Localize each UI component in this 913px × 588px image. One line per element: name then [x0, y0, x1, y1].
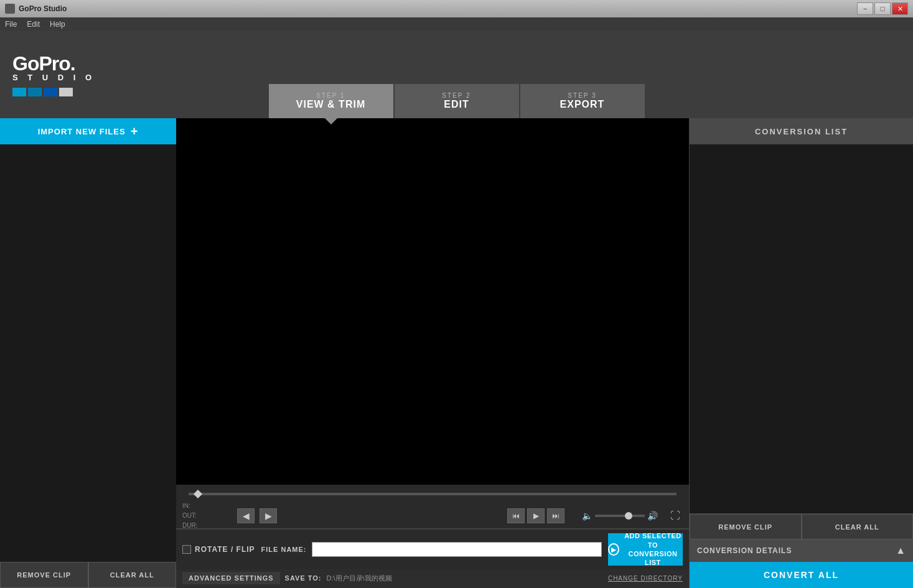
maximize-button[interactable]: □	[874, 2, 891, 15]
controls-row: IN: OUT: DUR: ◀ ▶ ⏮ ▶ ⏭ 🔈	[176, 503, 689, 528]
center-panel: IN: OUT: DUR: ◀ ▶ ⏮ ▶ ⏭ 🔈	[176, 118, 689, 588]
add-to-conversion-list-button[interactable]: ▶ ADD SELECTED TOCONVERSION LIST	[608, 533, 683, 566]
logo-block-3	[44, 88, 57, 96]
import-plus-icon: +	[131, 124, 139, 139]
rewind-button[interactable]: ⏮	[507, 508, 525, 523]
right-clear-all-button[interactable]: CLEAR ALL	[802, 514, 914, 539]
add-to-list-label: ADD SELECTED TOCONVERSION LIST	[623, 531, 683, 567]
fullscreen-button[interactable]: ⛶	[668, 508, 683, 523]
transport-controls: ⏮ ▶ ⏭	[507, 508, 564, 523]
volume-area: 🔈 🔊	[582, 511, 658, 521]
header: GoPro. S T U D I O STEP 1 VIEW & TRIM ST…	[0, 31, 913, 118]
titlebar-left: GoPro Studio	[5, 4, 67, 14]
main-content: IMPORT NEW FILES + REMOVE CLIP CLEAR ALL…	[0, 118, 913, 588]
fast-forward-button[interactable]: ⏭	[547, 508, 564, 523]
logo-gopro: GoPro.	[12, 54, 95, 73]
menu-file[interactable]: File	[5, 20, 17, 29]
minimize-button[interactable]: −	[857, 2, 873, 15]
filename-label: FILE NAME:	[261, 546, 307, 553]
convert-all-button[interactable]: CONVERT ALL	[690, 562, 913, 588]
play-button[interactable]: ▶	[527, 508, 545, 523]
left-panel: IMPORT NEW FILES + REMOVE CLIP CLEAR ALL	[0, 118, 176, 588]
logo-blocks	[12, 88, 73, 96]
import-label: IMPORT NEW FILES	[38, 127, 126, 136]
prev-frame-button[interactable]: ◀	[237, 508, 255, 523]
logo-block-4	[59, 88, 73, 96]
logo-text: GoPro. S T U D I O	[12, 54, 95, 82]
step-1-tab[interactable]: STEP 1 VIEW & TRIM	[269, 84, 393, 118]
step-1-name: VIEW & TRIM	[296, 99, 365, 110]
close-button[interactable]: ✕	[892, 2, 908, 15]
menubar: File Edit Help	[0, 17, 913, 31]
filename-area: FILE NAME:	[261, 542, 602, 557]
app-icon	[5, 4, 15, 14]
next-frame-button[interactable]: ▶	[260, 508, 277, 523]
logo-block-2	[28, 88, 42, 96]
left-clear-all-button[interactable]: CLEAR ALL	[88, 562, 177, 588]
video-preview	[176, 118, 689, 485]
saveto-label: SAVE TO:	[285, 574, 322, 582]
playback-bar	[176, 485, 689, 503]
logo-block-1	[12, 88, 26, 96]
timeline-slider[interactable]	[189, 493, 677, 495]
titlebar: GoPro Studio − □ ✕	[0, 0, 913, 17]
step-2-tab[interactable]: STEP 2 EDIT	[395, 84, 519, 118]
right-remove-clip-button[interactable]: REMOVE CLIP	[690, 514, 802, 539]
conversion-list-title: CONVERSION LIST	[755, 127, 848, 136]
timecodes: IN: OUT: DUR:	[182, 501, 232, 531]
out-label: OUT:	[182, 511, 197, 521]
timeline-playhead	[194, 490, 202, 498]
conversion-list-area	[690, 144, 913, 513]
bottom-controls-row: ROTATE / FLIP FILE NAME: ▶ ADD SELECTED …	[176, 529, 689, 569]
conversion-details-label: CONVERSION DETAILS	[697, 546, 792, 555]
step-3-name: EXPORT	[560, 99, 605, 110]
rotate-flip-label: ROTATE / FLIP	[195, 545, 255, 554]
file-list	[0, 144, 176, 562]
left-remove-clip-button[interactable]: REMOVE CLIP	[0, 562, 88, 588]
step-2-number: STEP 2	[442, 92, 471, 99]
change-directory-button[interactable]: CHANGE DIRECTORY	[608, 575, 683, 582]
step-3-number: STEP 3	[568, 92, 596, 99]
conversion-details-bar: CONVERSION DETAILS ▲	[690, 539, 913, 562]
titlebar-controls: − □ ✕	[857, 2, 908, 15]
advanced-settings-button[interactable]: ADVANCED SETTINGS	[182, 572, 280, 584]
logo-area: GoPro. S T U D I O	[12, 54, 137, 96]
right-panel: CONVERSION LIST REMOVE CLIP CLEAR ALL CO…	[689, 118, 913, 588]
expand-icon[interactable]: ▲	[896, 545, 906, 556]
menu-edit[interactable]: Edit	[27, 20, 40, 29]
rotate-checkbox[interactable]	[182, 545, 191, 554]
add-play-icon: ▶	[608, 543, 619, 556]
menu-help[interactable]: Help	[50, 20, 65, 29]
rotate-flip-toggle[interactable]: ROTATE / FLIP	[182, 545, 255, 554]
saveto-path: D:\用户目录\我的视频	[327, 574, 392, 583]
saveto-row: ADVANCED SETTINGS SAVE TO: D:\用户目录\我的视频 …	[176, 569, 689, 588]
steps-area: STEP 1 VIEW & TRIM STEP 2 EDIT STEP 3 EX…	[269, 84, 645, 118]
conversion-list-header: CONVERSION LIST	[690, 118, 913, 144]
volume-knob	[625, 512, 632, 520]
step-3-tab[interactable]: STEP 3 EXPORT	[520, 84, 645, 118]
step-2-name: EDIT	[444, 99, 469, 110]
logo-studio: S T U D I O	[12, 73, 95, 82]
center-bottom: ROTATE / FLIP FILE NAME: ▶ ADD SELECTED …	[176, 528, 689, 588]
left-bottom-buttons: REMOVE CLIP CLEAR ALL	[0, 562, 176, 588]
app-title: GoPro Studio	[19, 4, 67, 13]
step-1-number: STEP 1	[316, 92, 345, 99]
volume-high-icon: 🔊	[647, 511, 658, 521]
volume-slider[interactable]	[595, 515, 645, 517]
volume-low-icon: 🔈	[582, 511, 592, 521]
filename-input[interactable]	[312, 542, 602, 557]
right-top-buttons: REMOVE CLIP CLEAR ALL	[690, 513, 913, 539]
import-new-files-button[interactable]: IMPORT NEW FILES +	[0, 118, 176, 144]
